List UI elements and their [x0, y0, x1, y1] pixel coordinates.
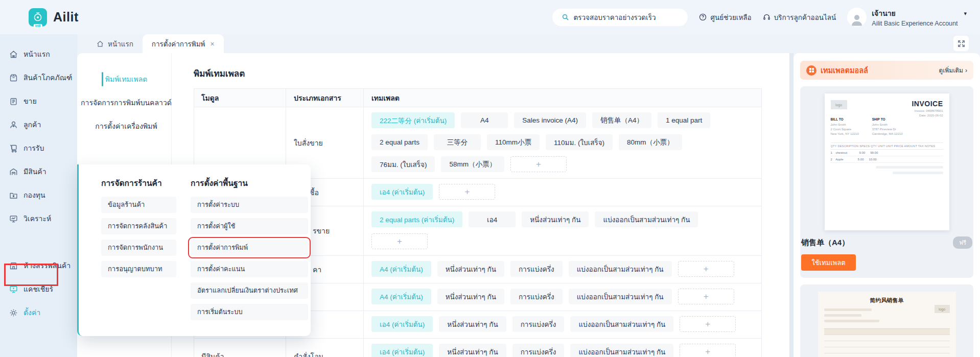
- popup-column-2: การตั้งค่าพื้นฐานการตั้งค่าระบบการตั้งค่…: [191, 177, 308, 336]
- popup-item[interactable]: การตั้งค่าคะแนน: [191, 261, 308, 277]
- sidebar-item-label: สินค้าโภคภัณฑ์: [24, 72, 72, 83]
- template-chip[interactable]: การแบ่งครึ่ง: [512, 344, 565, 357]
- add-template-button[interactable]: +: [680, 344, 736, 357]
- template-chip[interactable]: 110มม. (ใบเสร็จ): [546, 134, 613, 150]
- popup-item[interactable]: การตั้งค่าผู้ใช้: [191, 218, 308, 234]
- template-chip-default[interactable]: เอ4 (ค่าเริ่มต้น): [371, 316, 433, 332]
- popup-item[interactable]: การอนุญาตบทบาท: [101, 261, 176, 277]
- template-chip[interactable]: Sales invoice (A4): [514, 112, 586, 128]
- template-chip-default[interactable]: เอ4 (ค่าเริ่มต้น): [371, 344, 433, 357]
- template-chip[interactable]: 1 equal part: [658, 112, 710, 128]
- tab-home[interactable]: หน้าแรก: [87, 34, 143, 53]
- inventory-icon: [9, 168, 18, 176]
- template-chip-default[interactable]: A4 (ค่าเริ่มต้น): [371, 261, 431, 277]
- sidebar-item-analytics[interactable]: วิเคราะห์: [0, 207, 77, 230]
- sidebar-item-sales[interactable]: ขาย: [0, 89, 77, 113]
- template-chip[interactable]: หนึ่งส่วนเท่าๆ กัน: [439, 344, 506, 357]
- online-service-link[interactable]: บริการลูกค้าออนไลน์: [763, 12, 836, 23]
- template-chip[interactable]: หนึ่งส่วนเท่าๆ กัน: [437, 261, 504, 277]
- headset-icon: [763, 13, 771, 21]
- sidebar-item-label: กองทุน: [24, 189, 45, 201]
- sidebar-item-mall[interactable]: ห้างสรรพสินค้า: [0, 254, 77, 277]
- sidebar-item-receiving[interactable]: การรับ: [0, 136, 77, 160]
- template-chip[interactable]: แบ่งออกเป็นสามส่วนเท่าๆ กัน: [569, 261, 672, 277]
- column-doc-type: ประเภทเอกสาร: [286, 89, 364, 107]
- sidebar-item-customer[interactable]: ลูกค้า: [0, 113, 77, 136]
- user-account[interactable]: เจ้านาย Ailit Basic Experience Account ▾: [847, 8, 967, 27]
- template-chip[interactable]: แบ่งออกเป็นสามส่วนเท่าๆ กัน: [569, 289, 672, 304]
- tab-home-label: หน้าแรก: [108, 38, 133, 50]
- home-icon: [9, 50, 18, 59]
- template-card-invoice-a4[interactable]: logo INVOICE Invoice: 0458678901 Date: 2…: [800, 86, 973, 278]
- template-chip[interactable]: การแบ่งครึ่ง: [510, 289, 563, 304]
- template-chip[interactable]: 58mm（小票）: [441, 156, 504, 172]
- template-chip[interactable]: หนึ่งส่วนเท่าๆ กัน: [439, 316, 506, 332]
- template-chip[interactable]: 76มม. (ใบเสร็จ): [371, 156, 435, 172]
- template-chip-default[interactable]: เอ4 (ค่าเริ่มต้น): [371, 184, 433, 200]
- subnav-item-2[interactable]: การตั้งค่าเครื่องพิมพ์: [77, 114, 171, 138]
- template-chip[interactable]: หนึ่งส่วนเท่าๆ กัน: [437, 289, 504, 304]
- sidebar-item-cashier[interactable]: แคชเชียร์: [0, 277, 77, 301]
- funds-icon: [9, 191, 18, 200]
- popup-item[interactable]: การจัดการคลังสินค้า: [101, 218, 176, 234]
- template-chip[interactable]: แบ่งออกเป็นสามส่วนเท่าๆ กัน: [595, 211, 698, 227]
- popup-item[interactable]: การตั้งค่าระบบ: [191, 197, 308, 213]
- template-chip[interactable]: แบ่งออกเป็นสามส่วนเท่าๆ กัน: [570, 344, 673, 357]
- popup-item[interactable]: การเริ่มต้นระบบ: [191, 304, 308, 320]
- template-chip[interactable]: เอ4: [469, 211, 516, 227]
- doc-type-cell: คำสั่งโอน: [286, 339, 364, 357]
- invoice-item-row: 2 Apple 5.00 10.00: [831, 156, 943, 163]
- see-more-link[interactable]: ดูเพิ่มเติม ›: [939, 65, 967, 75]
- add-template-button[interactable]: +: [678, 289, 734, 304]
- sidebar-item-funds[interactable]: กองทุน: [0, 183, 77, 207]
- cashier-icon: [9, 285, 18, 294]
- sidebar-item-label: หน้าแรก: [24, 49, 50, 60]
- add-template-button[interactable]: +: [371, 233, 428, 249]
- template-chip[interactable]: 80mm（小票）: [619, 134, 682, 150]
- add-template-button[interactable]: +: [510, 156, 567, 172]
- use-template-button[interactable]: ใช้เทมเพลต: [801, 254, 856, 271]
- chevron-down-icon[interactable]: ▾: [964, 10, 967, 17]
- template-chip[interactable]: 2 equal parts: [371, 134, 428, 150]
- template-chip[interactable]: หนึ่งส่วนเท่าๆ กัน: [522, 211, 589, 227]
- help-center-label: ศูนย์ช่วยเหลือ: [710, 12, 751, 23]
- quick-price-search[interactable]: ตรวจสอบราคาอย่างรวดเร็ว: [552, 9, 688, 26]
- popup-item[interactable]: อัตราแลกเปลี่ยนเงินตราต่างประเทศ: [191, 282, 308, 299]
- add-template-button[interactable]: +: [680, 316, 736, 332]
- sidebar-item-label: ขาย: [24, 96, 37, 107]
- template-name: 销售单（A4）: [801, 238, 849, 248]
- template-chip[interactable]: 110mm小票: [487, 134, 540, 150]
- template-cell: A4 (ค่าเริ่มต้น)หนึ่งส่วนเท่าๆ กันการแบ่…: [364, 283, 761, 311]
- subnav-item-1[interactable]: การจัดการการพิมพ์บนคลาวด์: [77, 91, 171, 114]
- expand-button[interactable]: [953, 36, 969, 51]
- popup-item[interactable]: ข้อมูลร้านค้า: [101, 197, 176, 213]
- template-chip-default[interactable]: 2 equal parts (ค่าเริ่มต้น): [371, 211, 462, 227]
- template-chip[interactable]: การแบ่งครึ่ง: [512, 316, 565, 332]
- template-chip[interactable]: 三等分: [434, 134, 481, 150]
- template-chip[interactable]: แบ่งออกเป็นสามส่วนเท่าๆ กัน: [570, 316, 673, 332]
- template-chip[interactable]: 销售单（A4）: [592, 112, 651, 128]
- sidebar-item-inventory[interactable]: มีสินค้า: [0, 160, 77, 183]
- template-chip-default[interactable]: 222二等分 (ค่าเริ่มต้น): [371, 112, 455, 128]
- help-center-link[interactable]: ศูนย์ช่วยเหลือ: [699, 12, 751, 23]
- subnav-item-0[interactable]: พิมพ์เทมเพลต: [77, 67, 171, 91]
- template-cell: เอ4 (ค่าเริ่มต้น)หนึ่งส่วนเท่าๆ กันการแบ…: [364, 339, 761, 357]
- scrollbar-track[interactable]: [789, 53, 794, 357]
- template-chip[interactable]: A4: [461, 112, 508, 128]
- analytics-icon: [9, 215, 18, 223]
- sidebar-item-commodity[interactable]: สินค้าโภคภัณฑ์: [0, 66, 77, 89]
- template-mall-panel: เทมเพลตมอลล์ ดูเพิ่มเติม › logo INVOICE …: [794, 53, 980, 357]
- template-card-simple-sales[interactable]: 简约风销售单 logo: [800, 284, 973, 357]
- close-icon[interactable]: ×: [211, 40, 215, 48]
- template-chip[interactable]: การแบ่งครึ่ง: [510, 261, 563, 277]
- template-cell: เอ4 (ค่าเริ่มต้น)+: [364, 179, 761, 206]
- add-template-button[interactable]: +: [439, 184, 495, 200]
- template-chip-default[interactable]: A4 (ค่าเริ่มต้น): [371, 289, 431, 304]
- customer-icon: [9, 121, 18, 129]
- popup-item-print-settings[interactable]: การตั้งค่าการพิมพ์: [191, 240, 308, 256]
- sidebar-item-home[interactable]: หน้าแรก: [0, 42, 77, 66]
- add-template-button[interactable]: +: [678, 261, 734, 277]
- sidebar-item-settings[interactable]: ตั้งค่า: [0, 301, 77, 324]
- tab-print-settings[interactable]: การตั้งค่าการพิมพ์ ×: [143, 34, 224, 53]
- popup-item[interactable]: การจัดการพนักงาน: [101, 240, 176, 256]
